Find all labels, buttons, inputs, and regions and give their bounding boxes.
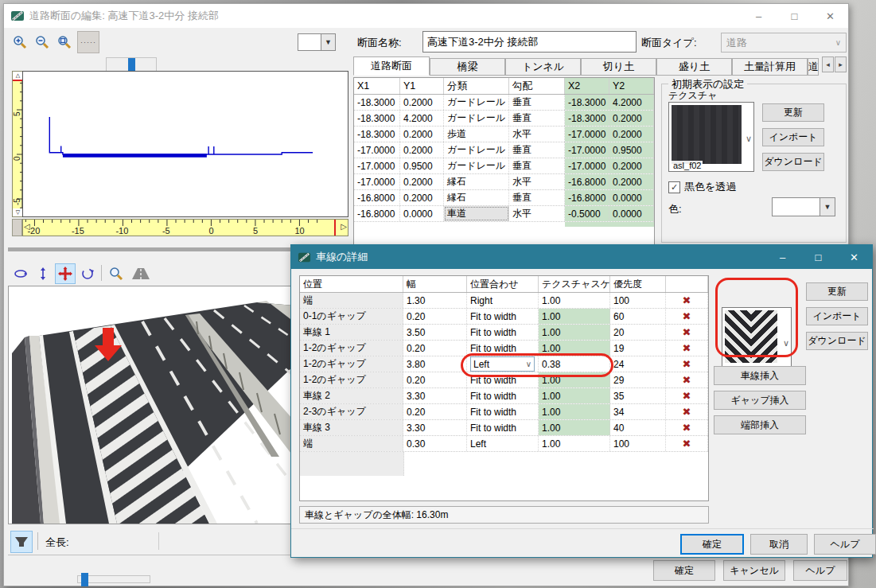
lane-table-row[interactable]: 1-2のギャップ0.20Fit to width1.0019✖ <box>300 341 708 356</box>
table-cell[interactable]: 端 <box>300 436 403 451</box>
table-cell[interactable]: 34 <box>610 404 666 419</box>
texture-action-dialog-3[interactable]: ダウンロード <box>806 332 868 350</box>
table-cell[interactable]: Left <box>467 436 539 451</box>
table-cell[interactable]: 歩道 <box>444 127 509 142</box>
table-cell[interactable]: 3.80 <box>403 356 467 372</box>
table-cell[interactable]: 0.2000 <box>400 142 444 158</box>
dialog-footer-button-2[interactable]: 取消 <box>750 534 808 555</box>
tab-scroll-left[interactable]: ◂ <box>822 56 834 72</box>
column-header[interactable]: 位置合わせ <box>467 276 539 292</box>
table-cell[interactable]: 2-3のギャップ <box>300 404 403 419</box>
table-cell[interactable]: 0.30 <box>403 436 467 451</box>
lane-table-row[interactable]: 端1.30Right1.00100✖ <box>300 293 708 309</box>
main-footer-button-1[interactable]: 確定 <box>653 560 715 581</box>
delete-row-button[interactable]: ✖ <box>669 422 704 434</box>
table-cell[interactable]: 0.2000 <box>609 158 654 173</box>
main-titlebar[interactable]: 道路断面の編集: 高速下道3-2中分 接続部 – □ ✕ <box>4 4 848 28</box>
table-cell[interactable]: 4.2000 <box>609 95 654 110</box>
hruler-left-arrow[interactable]: ◁ <box>24 222 30 231</box>
tab-2[interactable]: 橋梁 <box>430 58 505 76</box>
table-cell[interactable]: 3.30 <box>403 388 467 403</box>
lane-table-row[interactable]: 車線 13.50Fit to width1.0020✖ <box>300 325 708 341</box>
column-header[interactable]: 優先度 <box>610 276 666 292</box>
table-cell[interactable]: 0.2000 <box>609 174 654 189</box>
table-cell[interactable]: 0.2000 <box>609 111 654 126</box>
table-cell[interactable]: 1-2のギャップ <box>300 356 403 372</box>
delete-row-button[interactable]: ✖ <box>669 406 704 418</box>
close-button[interactable]: ✕ <box>812 4 848 28</box>
table-cell[interactable]: -16.8000 <box>354 190 400 205</box>
table-cell[interactable]: 0.2000 <box>400 190 444 205</box>
table-cell[interactable]: 0.9500 <box>609 142 654 158</box>
table-cell[interactable]: 1.00 <box>539 404 610 419</box>
table-row[interactable]: -18.30000.2000ガードレール垂直-18.30004.2000 <box>354 95 654 111</box>
texture-action-main-3[interactable]: ダウンロード <box>762 153 824 171</box>
tab-3[interactable]: トンネル <box>505 58 581 76</box>
table-cell[interactable]: Fit to width <box>467 309 539 324</box>
pan-button[interactable] <box>55 263 76 284</box>
table-cell[interactable]: -17.0000 <box>354 174 400 189</box>
table-cell[interactable]: Fit to width <box>467 388 539 403</box>
table-cell[interactable]: Fit to width <box>467 372 539 387</box>
delete-row-button[interactable]: ✖ <box>669 326 704 338</box>
minimize-button[interactable]: – <box>741 4 777 28</box>
dialog-maximize-button[interactable]: □ <box>800 245 836 269</box>
profile-color-dropdown[interactable]: ▼ <box>298 33 336 51</box>
table-cell[interactable]: 19 <box>610 341 666 356</box>
table-cell[interactable]: Fit to width <box>467 404 539 419</box>
cross-section-plot[interactable] <box>22 71 348 217</box>
table-cell[interactable]: -0.5000 <box>565 206 609 221</box>
column-header[interactable]: Y1 <box>400 78 444 94</box>
dialog-minimize-button[interactable]: – <box>765 245 800 269</box>
table-row[interactable]: -16.80000.2000縁石垂直-16.80000.0000 <box>354 190 654 206</box>
lane-table-row[interactable]: 車線 23.30Fit to width1.0035✖ <box>300 388 708 404</box>
table-cell[interactable]: -16.8000 <box>565 190 609 205</box>
delete-row-button[interactable]: ✖ <box>669 374 704 386</box>
table-cell[interactable]: -18.3000 <box>565 111 609 126</box>
table-cell[interactable]: 1.00 <box>539 325 610 340</box>
chevron-down-icon[interactable]: ∨ <box>783 338 789 349</box>
table-cell[interactable]: 水平 <box>509 127 565 142</box>
texture-action-main-1[interactable]: 更新 <box>762 103 824 122</box>
delete-row-button[interactable]: ✖ <box>669 310 704 322</box>
table-cell[interactable]: -16.8000 <box>565 174 609 189</box>
table-cell[interactable]: -17.0000 <box>354 142 400 158</box>
table-cell[interactable]: 100 <box>610 436 666 451</box>
length-slider-handle[interactable] <box>81 573 88 586</box>
table-cell[interactable]: -18.3000 <box>565 95 609 110</box>
zoom-in-button[interactable] <box>10 33 29 52</box>
table-cell[interactable]: 1.00 <box>539 293 610 308</box>
lane-table-row[interactable]: 0-1のギャップ0.20Fit to width1.0060✖ <box>300 309 708 325</box>
table-cell[interactable]: 水平 <box>509 206 565 221</box>
zoom-fit-button[interactable] <box>55 33 74 52</box>
table-cell[interactable]: ガードレール <box>444 95 509 110</box>
table-cell[interactable]: 垂直 <box>509 142 565 158</box>
column-header[interactable] <box>666 276 708 292</box>
table-cell[interactable]: -17.0000 <box>565 127 609 142</box>
length-slider[interactable] <box>77 575 150 583</box>
table-cell[interactable]: 0.20 <box>403 404 467 419</box>
table-cell[interactable]: ガードレール <box>444 111 509 126</box>
tab-7[interactable]: 道 <box>808 58 819 76</box>
column-header[interactable]: X2 <box>565 78 609 94</box>
table-cell[interactable]: 垂直 <box>509 111 565 126</box>
tab-scroll-right[interactable]: ▸ <box>835 56 847 72</box>
table-cell[interactable]: -17.0000 <box>354 158 400 173</box>
table-cell[interactable]: 60 <box>610 309 666 324</box>
tab-6[interactable]: 土量計算用 <box>732 58 808 76</box>
lane-table-row[interactable]: 車線 33.30Fit to width1.0040✖ <box>300 420 708 436</box>
table-cell[interactable]: -18.3000 <box>354 127 400 142</box>
table-cell[interactable]: ガードレール <box>444 158 509 173</box>
view-scale-slider[interactable] <box>106 57 157 72</box>
dialog-footer-button-3[interactable]: ヘルプ <box>814 534 876 555</box>
table-cell[interactable]: 1.00 <box>539 372 610 387</box>
table-cell[interactable]: 0.20 <box>403 372 467 387</box>
table-cell[interactable]: 20 <box>610 325 666 340</box>
table-cell[interactable]: 水平 <box>509 174 565 189</box>
table-cell[interactable]: 0.38 <box>539 356 610 372</box>
grid-dots-button[interactable]: ····· <box>77 31 99 53</box>
table-row[interactable]: -17.00000.2000縁石水平-16.80000.2000 <box>354 174 654 190</box>
table-cell[interactable]: -17.0000 <box>565 142 609 158</box>
lane-table-row[interactable]: 1-2のギャップ3.80Left∨0.3824✖ <box>300 356 708 372</box>
viewer-3d[interactable] <box>8 286 294 524</box>
